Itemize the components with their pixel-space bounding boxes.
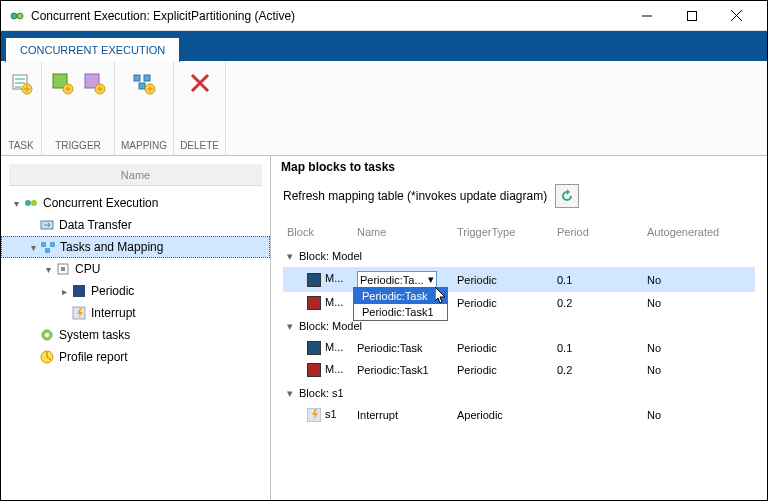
- tasks-mapping-icon: [40, 239, 56, 255]
- tree-label: Periodic: [91, 284, 134, 298]
- periodic-icon: [71, 283, 87, 299]
- tree-twisty-open-icon[interactable]: ▾: [9, 198, 23, 209]
- tree-twisty-open-icon[interactable]: ▾: [26, 242, 40, 253]
- ribbon-group-delete: DELETE: [174, 61, 226, 155]
- gear-icon: [39, 327, 55, 343]
- delete-button[interactable]: [186, 69, 214, 97]
- table-row[interactable]: M... Periodic:Task Periodic 0.1 No: [283, 337, 755, 359]
- tree-item-cpu[interactable]: ▾ CPU: [1, 258, 270, 280]
- app-icon: [9, 8, 25, 24]
- tree-item-tasks-and-mapping[interactable]: ▾ Tasks and Mapping: [1, 236, 270, 258]
- tree-item-periodic[interactable]: ▸ Periodic: [1, 280, 270, 302]
- add-aperiodic-trigger-button[interactable]: [80, 69, 108, 97]
- ribbon-group-mapping: MAPPING: [115, 61, 174, 155]
- tree-item-profile-report[interactable]: Profile report: [1, 346, 270, 368]
- task-color-icon: [307, 341, 321, 355]
- svg-point-17: [31, 200, 37, 206]
- refresh-button[interactable]: [555, 184, 579, 208]
- svg-rect-23: [61, 267, 65, 271]
- refresh-icon: [559, 188, 575, 204]
- mapping-table: Block Name TriggerType Period Autogenera…: [283, 220, 755, 426]
- tree-label: Concurrent Execution: [43, 196, 158, 210]
- tree-label: Interrupt: [91, 306, 136, 320]
- tree-label: Data Transfer: [59, 218, 132, 232]
- col-trigger: TriggerType: [453, 220, 553, 244]
- profile-report-icon: [39, 349, 55, 365]
- tree-label: CPU: [75, 262, 100, 276]
- task-color-icon: [307, 296, 321, 310]
- tree-item-interrupt[interactable]: Interrupt: [1, 302, 270, 324]
- tab-concurrent-execution[interactable]: CONCURRENT EXECUTION: [5, 37, 180, 62]
- svg-rect-12: [134, 75, 140, 81]
- tree-item-system-tasks[interactable]: System tasks: [1, 324, 270, 346]
- svg-rect-19: [41, 242, 46, 247]
- ribbon-group-task: TASK: [1, 61, 42, 155]
- task-color-icon: [307, 273, 321, 287]
- tree-root[interactable]: ▾ Concurrent Execution: [1, 192, 270, 214]
- ribbon-label-delete: DELETE: [180, 140, 219, 153]
- panel-title: Map blocks to tasks: [281, 160, 755, 174]
- window-title: Concurrent Execution: ExplicitPartitioni…: [31, 9, 624, 23]
- name-dropdown[interactable]: Periodic:Ta...▾: [357, 271, 437, 288]
- svg-rect-21: [45, 248, 50, 253]
- chevron-down-icon: ▾: [428, 273, 434, 286]
- svg-point-0: [11, 13, 17, 19]
- interrupt-icon: [71, 305, 87, 321]
- data-transfer-icon: [39, 217, 55, 233]
- dropdown-option[interactable]: Periodic:Task: [354, 288, 447, 304]
- svg-rect-13: [144, 75, 150, 81]
- dropdown-option[interactable]: Periodic:Task1: [354, 304, 447, 320]
- svg-point-16: [25, 200, 31, 206]
- ribbon-label-task: TASK: [8, 140, 33, 153]
- table-row[interactable]: s1 Interrupt Aperiodic No: [283, 404, 755, 426]
- title-bar: Concurrent Execution: ExplicitPartitioni…: [1, 1, 767, 31]
- table-row[interactable]: M... Periodic:Task1 Periodic 0.2 No: [283, 359, 755, 381]
- minimize-button[interactable]: [624, 2, 669, 30]
- col-auto: Autogenerated: [643, 220, 755, 244]
- svg-rect-20: [50, 242, 55, 247]
- svg-rect-3: [687, 11, 696, 20]
- concurrent-execution-icon: [23, 195, 39, 211]
- table-row[interactable]: M... Periodic:Ta...▾ Periodic:Task Perio…: [283, 267, 755, 292]
- ribbon-label-trigger: TRIGGER: [55, 140, 101, 153]
- refresh-label: Refresh mapping table (*invokes update d…: [283, 189, 547, 203]
- task-color-icon: [307, 363, 321, 377]
- name-dropdown-list[interactable]: Periodic:Task Periodic:Task1: [353, 287, 448, 321]
- tree-twisty-closed-icon[interactable]: ▸: [57, 286, 71, 297]
- tree-label: System tasks: [59, 328, 130, 342]
- tree-column-header: Name: [9, 164, 262, 186]
- svg-rect-24: [73, 285, 85, 297]
- col-name: Name: [353, 220, 453, 244]
- maximize-button[interactable]: [669, 2, 714, 30]
- svg-rect-14: [139, 83, 145, 89]
- add-mapping-button[interactable]: [130, 69, 158, 97]
- tree-item-data-transfer[interactable]: Data Transfer: [1, 214, 270, 236]
- tab-strip: CONCURRENT EXECUTION: [1, 31, 767, 61]
- tree-label: Tasks and Mapping: [60, 240, 163, 254]
- interrupt-icon: [307, 408, 321, 422]
- group-header[interactable]: ▾Block: s1: [283, 381, 755, 404]
- cursor-icon: [435, 287, 449, 305]
- tree-label: Profile report: [59, 350, 128, 364]
- svg-point-27: [45, 333, 49, 337]
- col-period: Period: [553, 220, 643, 244]
- tree-twisty-open-icon[interactable]: ▾: [41, 264, 55, 275]
- add-task-button[interactable]: [7, 69, 35, 97]
- group-header[interactable]: ▾Block: Model: [283, 244, 755, 267]
- add-periodic-trigger-button[interactable]: [48, 69, 76, 97]
- ribbon: TASK TRIGGER MAPPING DELETE: [1, 61, 767, 156]
- cpu-icon: [55, 261, 71, 277]
- ribbon-group-trigger: TRIGGER: [42, 61, 115, 155]
- tree: ▾ Concurrent Execution Data Transfer ▾ T…: [1, 190, 270, 500]
- sidebar: Name ▾ Concurrent Execution Data Transfe…: [1, 156, 271, 500]
- main-panel: ▴ Map blocks to tasks Refresh mapping ta…: [271, 156, 767, 500]
- svg-point-1: [17, 13, 23, 19]
- close-button[interactable]: [714, 2, 759, 30]
- col-block: Block: [283, 220, 353, 244]
- ribbon-label-mapping: MAPPING: [121, 140, 167, 153]
